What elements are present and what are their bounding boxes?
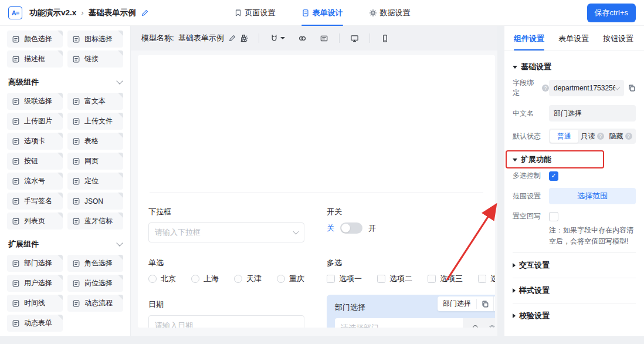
sidebar-item-serial-number[interactable]: 流水号 — [7, 173, 63, 190]
chevron-down-icon — [615, 85, 621, 90]
state-option-普通[interactable]: 普通 — [550, 130, 578, 143]
sidebar-item-post-select[interactable]: 岗位选择 — [67, 275, 123, 292]
field-radio[interactable]: 单选 北京上海天津重庆 — [148, 258, 304, 284]
field-date[interactable]: 日期 — [148, 299, 304, 328]
field-dropdown[interactable]: 下拉框 请输入下拉框 — [148, 207, 304, 242]
dropdown-select[interactable]: 请输入下拉框 — [148, 222, 304, 242]
checkbox-option[interactable]: 选项二 — [377, 274, 412, 284]
cname-input[interactable] — [549, 105, 636, 122]
sidebar-item-option-card[interactable]: 选项卡 — [7, 133, 63, 150]
sidebar-item-rich-text[interactable]: 富文本 — [67, 93, 123, 110]
sidebar-item-button[interactable]: 按钮 — [7, 153, 63, 170]
section-extend-settings[interactable]: 扩展功能 — [513, 151, 636, 171]
model-name-row: 模型名称: 基础表单示例 — [141, 26, 249, 50]
post-select-icon — [72, 279, 80, 288]
tab-bookmark[interactable]: 页面设置 — [234, 0, 276, 26]
empty-form-area[interactable] — [150, 58, 483, 193]
clear-trash-icon[interactable] — [488, 324, 495, 328]
search-icon[interactable] — [472, 324, 480, 328]
default-state-segmented: 普通只读?隐藏? — [549, 129, 636, 144]
field-label: 日期 — [148, 299, 304, 310]
sidebar-item-dynamic-form[interactable]: 动态表单 — [7, 315, 63, 332]
radio-option[interactable]: 北京 — [148, 274, 176, 284]
clear-canvas-icon[interactable] — [237, 32, 250, 45]
sidebar-item-label: 列表页 — [24, 216, 45, 226]
sidebar-item-signature[interactable]: 手写签名 — [7, 193, 63, 210]
clear-writeback-checkbox[interactable] — [549, 212, 558, 221]
radio-option[interactable]: 重庆 — [277, 274, 304, 284]
dynamic-form-icon — [12, 319, 20, 328]
sidebar-item-description-box[interactable]: 描述框 — [7, 50, 63, 68]
link-relation-icon[interactable] — [296, 32, 309, 45]
sidebar-item-icon-picker[interactable]: 图标选择 — [67, 31, 123, 48]
multi-select-row: 多选控制 ✓ — [513, 171, 636, 181]
desktop-preview-icon[interactable] — [348, 32, 361, 45]
sidebar-item-dynamic-flow[interactable]: 动态流程 — [67, 295, 123, 312]
sidebar-item-user-select[interactable]: 用户选择 — [7, 275, 63, 292]
mobile-preview-icon[interactable] — [378, 32, 392, 45]
settings-tab-0[interactable]: 组件设置 — [514, 26, 544, 50]
chevron-down-icon — [280, 37, 285, 39]
state-option-只读[interactable]: 只读? — [578, 130, 606, 143]
json-icon — [72, 197, 80, 205]
copy-field-icon[interactable] — [628, 84, 636, 92]
section-basic-settings[interactable]: 基础设置 — [513, 58, 636, 78]
sidebar-item-timeline[interactable]: 时间线 — [7, 295, 63, 312]
sidebar-item-cascade-select[interactable]: 级联选择 — [7, 93, 63, 110]
sidebar-item-upload-image[interactable]: 上传图片 — [7, 113, 63, 130]
scan-code-icon[interactable] — [317, 32, 331, 45]
sidebar-item-table[interactable]: 表格 — [67, 133, 123, 150]
radio-icon — [277, 275, 285, 283]
edit-title-icon[interactable] — [141, 9, 149, 17]
field-bind-select[interactable]: department1753256 — [549, 80, 624, 96]
department-select-icon — [12, 259, 20, 268]
delete-component-icon[interactable] — [493, 296, 495, 311]
settings-tab-2[interactable]: 按钮设置 — [603, 26, 633, 50]
tab-document[interactable]: 表单设计 — [301, 0, 343, 26]
app-logo-icon[interactable]: A= — [8, 6, 22, 19]
magnet-snap-icon[interactable] — [267, 32, 287, 45]
checkbox-option[interactable]: 选项三 — [428, 274, 463, 284]
sidebar-item-json[interactable]: JSON — [67, 193, 123, 210]
bluetooth-icon — [72, 217, 80, 225]
sidebar-item-location[interactable]: 定位 — [67, 173, 123, 190]
sidebar-group-header[interactable]: 高级组件 — [8, 77, 122, 87]
checkbox-option[interactable]: 选项一 — [327, 274, 362, 284]
collapsed-section-交互设置[interactable]: 交互设置 — [513, 252, 636, 278]
radio-option[interactable]: 上海 — [191, 274, 219, 284]
collapsed-section-校验设置[interactable]: 校验设置 — [513, 303, 636, 328]
switch-toggle[interactable] — [340, 222, 362, 234]
sidebar-group-header[interactable]: 扩展组件 — [8, 239, 122, 249]
tab-gear[interactable]: 数据设置 — [369, 0, 411, 26]
tab-label: 表单设计 — [313, 8, 343, 18]
sidebar-item-webpage[interactable]: 网页 — [67, 153, 123, 170]
radio-option[interactable]: 天津 — [234, 274, 262, 284]
date-input[interactable] — [148, 315, 304, 328]
sidebar-item-role-select[interactable]: 角色选择 — [67, 255, 123, 272]
sidebar-item-upload-file[interactable]: 上传文件 — [67, 113, 123, 130]
field-checkbox[interactable]: 多选 选项一选项二选项三选项四 — [327, 258, 495, 284]
sidebar-item-color-picker[interactable]: 颜色选择 — [7, 31, 63, 48]
breadcrumb: 功能演示v2.x › 基础表单示例 — [29, 8, 149, 18]
sidebar-item-bluetooth[interactable]: 蓝牙信标 — [67, 213, 123, 230]
breadcrumb-app[interactable]: 功能演示v2.x — [29, 8, 76, 18]
help-icon[interactable]: ? — [542, 85, 549, 92]
edit-model-name-icon[interactable] — [228, 34, 236, 42]
field-switch[interactable]: 开关 关 开 — [327, 207, 495, 242]
department-input[interactable]: 请选择部门 — [335, 318, 495, 328]
cname-row: 中文名 — [513, 105, 636, 122]
sidebar-item-department-select[interactable]: 部门选择 — [7, 255, 63, 272]
sidebar-item-link[interactable]: 链接 — [67, 50, 123, 68]
field-department-selected[interactable]: 部门选择 部门选择 请选择部门 — [327, 295, 495, 328]
select-range-button[interactable]: 选择范围 — [549, 188, 636, 204]
copy-component-icon[interactable] — [477, 296, 493, 311]
collapsed-section-样式设置[interactable]: 样式设置 — [513, 278, 636, 303]
breadcrumb-page[interactable]: 基础表单示例 — [89, 8, 136, 18]
sidebar-item-label: 链接 — [84, 54, 99, 64]
save-button[interactable]: 保存ctrl+s — [587, 4, 636, 22]
multi-select-checkbox[interactable]: ✓ — [549, 171, 558, 181]
settings-tab-1[interactable]: 表单设置 — [558, 26, 589, 50]
checkbox-option[interactable]: 选项四 — [478, 274, 495, 284]
sidebar-item-list-page[interactable]: 列表页 — [7, 213, 63, 230]
state-option-隐藏[interactable]: 隐藏? — [606, 130, 635, 143]
